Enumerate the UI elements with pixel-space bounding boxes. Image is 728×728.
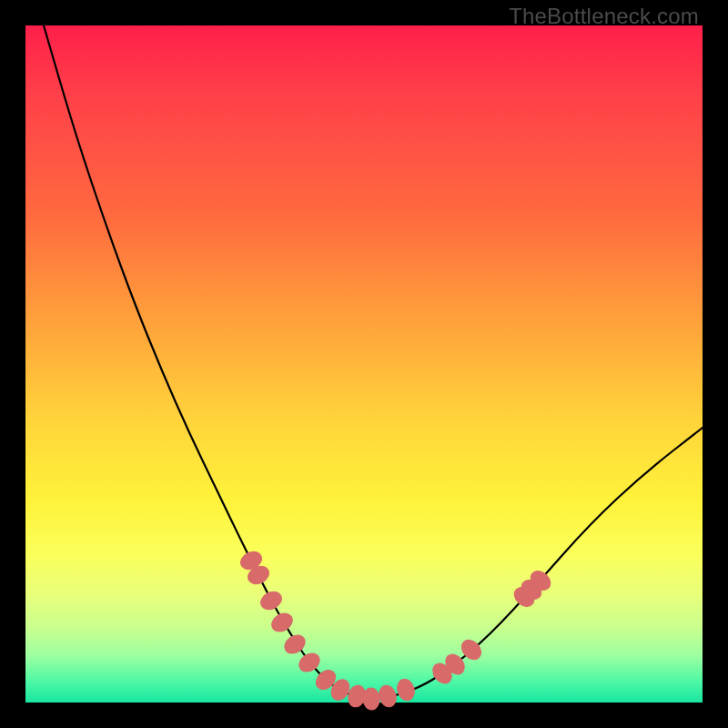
marker-dot — [258, 588, 285, 612]
chart-frame — [25, 25, 703, 703]
bottleneck-chart — [25, 25, 703, 703]
bottleneck-curve-path — [44, 25, 703, 698]
marker-dot — [395, 677, 417, 703]
marker-dot — [377, 683, 399, 709]
marker-dot — [362, 688, 379, 711]
marker-group — [238, 549, 554, 711]
watermark-text: TheBottleneck.com — [509, 4, 699, 29]
marker-dot — [268, 610, 296, 635]
